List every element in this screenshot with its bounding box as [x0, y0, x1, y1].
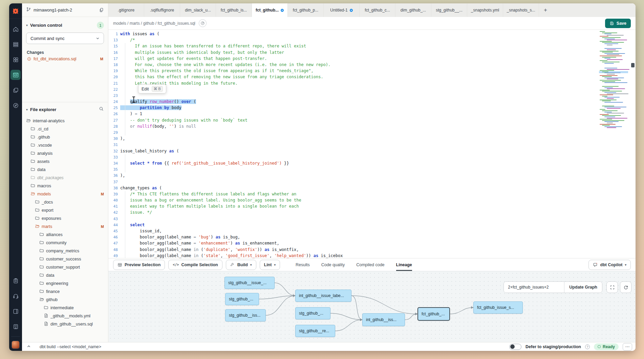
tree-item-customer-success[interactable]: customer_success	[22, 255, 108, 263]
tree-item-models[interactable]: modelsM	[22, 190, 108, 198]
tab-dim-github[interactable]: dim_github_...	[395, 3, 431, 17]
lineage-node-int-github-iss[interactable]: int_github__iss...	[362, 313, 405, 326]
tab-fct-github[interactable]: fct_github...	[252, 3, 288, 17]
tree-item-data[interactable]: data	[22, 271, 108, 279]
tab-fct-github-p[interactable]: fct_github_p...	[288, 3, 324, 17]
branch-name: mirnawong1-patch-2	[34, 8, 96, 13]
edit-popup[interactable]: Edit ⌘ B	[138, 84, 166, 93]
dbt-logo[interactable]	[9, 3, 22, 19]
support-icon[interactable]	[10, 291, 21, 301]
copy-branch-icon[interactable]	[98, 7, 105, 13]
chevron-down-icon: ▾	[26, 108, 28, 111]
ide-icon[interactable]	[10, 70, 21, 80]
tree-item-assets[interactable]: assets	[22, 157, 108, 166]
tab-untitled-1[interactable]: Untitled-1	[324, 3, 360, 17]
tree-item-ci-cd[interactable]: .ci_cd	[22, 125, 108, 133]
lineage-node-int-github-issue-labe[interactable]: int_github__issue_labe...	[295, 290, 351, 302]
more-options-icon[interactable]: ⋯	[623, 343, 632, 351]
changed-file-row[interactable]: fct_dbt_invocations.sql M	[22, 55, 108, 61]
defer-toggle[interactable]	[509, 344, 521, 350]
minimap-line	[604, 82, 627, 83]
minimap-line	[602, 86, 619, 87]
lineage-panel[interactable]: stg_github__issue_...stg_github_...stg_g…	[108, 271, 636, 342]
refresh-icon[interactable]	[620, 281, 631, 293]
home-icon[interactable]	[10, 24, 21, 34]
tree-item-export[interactable]: export	[22, 206, 108, 214]
help-icon[interactable]: ?	[585, 344, 590, 349]
docs-icon[interactable]	[10, 306, 21, 316]
tree-item-internal-analytics[interactable]: internal-analytics	[22, 117, 108, 125]
tree-item-docs[interactable]: _docs	[22, 198, 108, 206]
compile-selection-button[interactable]: </> Compile Selection	[168, 260, 222, 270]
minimap-line	[602, 62, 620, 62]
tab-fct-github-is[interactable]: fct_github_is...	[216, 3, 252, 17]
tree-item-dim-github-users-sql[interactable]: dim_github__users.sql	[22, 320, 108, 328]
tree-item-github-models-yml[interactable]: _github__models.yml	[22, 312, 108, 320]
lineage-node-stg-github-issue[interactable]: stg_github__issue_...	[224, 277, 275, 289]
tab-stg-github[interactable]: stg_github__...	[431, 3, 467, 17]
tree-item-dbt-packages[interactable]: dbt_packages	[22, 174, 108, 182]
minimap-line	[607, 118, 627, 119]
tree-item-finance[interactable]: finance	[22, 288, 108, 296]
lineage-node-stg-github[interactable]: stg_github_...	[295, 307, 330, 319]
result-tab-results[interactable]: Results	[296, 258, 310, 271]
lineage-filter-input[interactable]	[504, 282, 564, 293]
tree-item-analysis[interactable]: analysis	[22, 149, 108, 157]
tree-item-marts[interactable]: martsM	[22, 223, 108, 231]
chevron-up-icon[interactable]	[27, 344, 31, 350]
command-input[interactable]: dbt build --select <model_name>	[40, 344, 505, 349]
tab-dim-slack-u[interactable]: dim_slack_u...	[180, 3, 216, 17]
tab-sqlfluffignore[interactable]: .sqlfluffignore	[144, 3, 180, 17]
tree-item-engineering[interactable]: engineering	[22, 279, 108, 288]
tree-item-intermediate[interactable]: intermediate	[22, 304, 108, 312]
code-token: issues	[130, 31, 150, 36]
dbt-copilot-button[interactable]: dbt Copilot ▾	[588, 260, 631, 270]
explore-icon[interactable]	[10, 100, 21, 110]
tree-item-community[interactable]: community	[22, 239, 108, 247]
tab-gitignore[interactable]: .gitignore	[108, 3, 144, 17]
user-avatar[interactable]	[12, 341, 20, 349]
lineage-node-stg-github-iss[interactable]: stg_github__iss...	[225, 309, 266, 321]
build-button[interactable]: Build ▾	[226, 260, 256, 270]
tree-item-macros[interactable]: macros	[22, 182, 108, 190]
result-tab-lineage[interactable]: Lineage	[396, 258, 412, 271]
organization-icon[interactable]	[10, 321, 21, 332]
tree-item-data[interactable]: data	[22, 166, 108, 174]
view-lineage-icon[interactable]	[199, 19, 207, 27]
lineage-node-stg-github[interactable]: stg_github_...	[225, 293, 259, 305]
search-icon[interactable]	[99, 106, 104, 113]
tree-item-customer-support[interactable]: customer_support	[22, 263, 108, 271]
result-tab-compiled-code[interactable]: Compiled code	[356, 258, 384, 271]
orchestration-icon[interactable]	[10, 85, 21, 95]
lineage-node-stg-github-re[interactable]: stg_github__re...	[295, 325, 335, 337]
new-tab-button[interactable]: +	[539, 3, 552, 17]
tree-item-github[interactable]: github	[22, 296, 108, 304]
tree-item-alliances[interactable]: alliances	[22, 231, 108, 239]
tab-label: .sqlfluffignore	[150, 8, 174, 13]
tree-item-github[interactable]: .github	[22, 133, 108, 141]
notes-icon[interactable]	[10, 276, 21, 286]
update-graph-button[interactable]: Update Graph	[564, 282, 602, 293]
lint-button[interactable]: Lint ▾	[260, 260, 280, 270]
file-explorer-header[interactable]: ▾ File explorer	[22, 106, 108, 113]
apps-grid-icon[interactable]	[10, 55, 21, 65]
tab-snapshots-s[interactable]: _snapshots_s...	[503, 3, 539, 17]
tab-snapshots-yml[interactable]: _snapshots.yml	[467, 3, 503, 17]
folder-icon	[30, 191, 35, 197]
commit-and-sync-button[interactable]: Commit and sync	[26, 33, 104, 44]
tab-fct-github-c[interactable]: fct_github_c...	[360, 3, 395, 17]
scrollbar-thumb[interactable]	[631, 63, 635, 67]
preview-selection-button[interactable]: Preview Selection	[113, 260, 165, 270]
tree-item-company-metrics[interactable]: company_metrics	[22, 247, 108, 255]
tree-item-exposures[interactable]: exposures	[22, 214, 108, 223]
lineage-node-fct-github[interactable]: fct_github_...	[417, 307, 450, 321]
version-control-header[interactable]: ▾ Version control 1	[22, 22, 108, 29]
result-tab-code-quality[interactable]: Code quality	[321, 258, 345, 271]
save-button[interactable]: Save	[605, 19, 631, 28]
code-editor[interactable]: 1with issues as (13 /*15 If an issue has…	[108, 30, 636, 258]
lineage-node-fct-github-issue-s[interactable]: fct_github_issue_s...	[473, 301, 523, 314]
fullscreen-icon[interactable]	[606, 281, 618, 293]
tree-item-vscode[interactable]: .vscode	[22, 141, 108, 149]
environments-icon[interactable]	[10, 39, 21, 49]
line-number: 22	[108, 87, 118, 93]
